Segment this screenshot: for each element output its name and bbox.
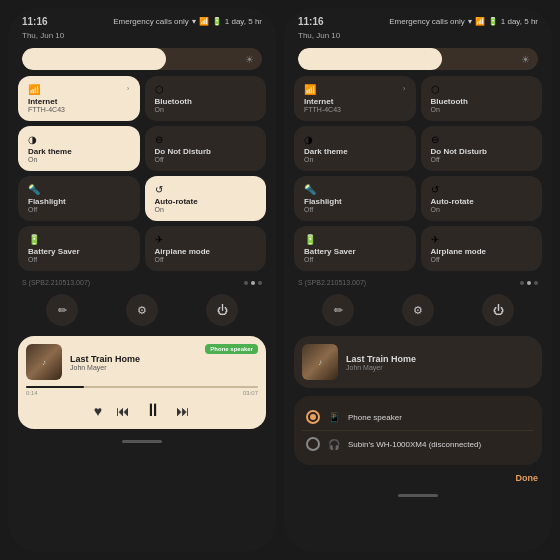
- right-power-button[interactable]: ⏻: [482, 294, 514, 326]
- right-tile-rotate-sub: On: [431, 206, 533, 213]
- right-tile-rotate[interactable]: ↺ Auto-rotate On: [421, 176, 543, 221]
- right-tile-battery[interactable]: 🔋 Battery Saver Off: [294, 226, 416, 271]
- tile-dnd-icon: ⊖: [155, 134, 163, 145]
- right-battery-icon: 🔋: [488, 17, 498, 26]
- tile-autorotate[interactable]: ↺ Auto-rotate On: [145, 176, 267, 221]
- right-media-title: Last Train Home: [346, 354, 534, 364]
- tile-rotate-label: Auto-rotate: [155, 197, 257, 206]
- right-tile-plane-label: Airplane mode: [431, 247, 533, 256]
- battery-icon: 🔋: [212, 17, 222, 26]
- right-tile-internet-sub: FTTH-4C43: [304, 106, 406, 113]
- right-tile-dark[interactable]: ◑ Dark theme On: [294, 126, 416, 171]
- right-tile-dnd-label: Do Not Disturb: [431, 147, 533, 156]
- right-settings-button[interactable]: ⚙: [402, 294, 434, 326]
- power-button[interactable]: ⏻: [206, 294, 238, 326]
- tile-dark-sub: On: [28, 156, 130, 163]
- left-status-right: Emergency calls only ▾ 📶 🔋 1 day, 5 hr: [113, 17, 262, 26]
- right-brightness-container: ☀: [284, 44, 552, 76]
- media-title: Last Train Home: [70, 354, 258, 364]
- tile-bluetooth[interactable]: ⬡ Bluetooth On: [145, 76, 267, 121]
- tile-flashlight[interactable]: 🔦 Flashlight Off: [18, 176, 140, 221]
- tile-rotate-sub: On: [155, 206, 257, 213]
- right-home-indicator: [284, 487, 552, 503]
- right-version-row: S (SPB2.210513.007): [284, 275, 552, 290]
- right-media-top: ♪ Last Train Home John Mayer: [302, 344, 534, 380]
- right-date: Thu, Jun 10: [284, 31, 552, 44]
- edit-button[interactable]: ✏: [46, 294, 78, 326]
- right-album-art: ♪: [302, 344, 338, 380]
- right-signal-icon: 📶: [475, 17, 485, 26]
- settings-button[interactable]: ⚙: [126, 294, 158, 326]
- right-tile-internet-label: Internet: [304, 97, 406, 106]
- right-tile-dark-sub: On: [304, 156, 406, 163]
- audio-headphones-label: Subin's WH-1000XM4 (disconnected): [348, 440, 481, 449]
- tile-battery-label: Battery Saver: [28, 247, 130, 256]
- tile-dnd[interactable]: ⊖ Do Not Disturb Off: [145, 126, 267, 171]
- right-emergency: Emergency calls only: [389, 17, 465, 26]
- progress-times: 0:14 03:07: [26, 390, 258, 396]
- tile-battery-saver[interactable]: 🔋 Battery Saver Off: [18, 226, 140, 271]
- time-current: 0:14: [26, 390, 38, 396]
- right-brightness-icon: ☀: [521, 54, 530, 65]
- tile-dnd-label: Do Not Disturb: [155, 147, 257, 156]
- tile-battery-sub: Off: [28, 256, 130, 263]
- left-emergency: Emergency calls only: [113, 17, 189, 26]
- right-tile-dnd[interactable]: ⊖ Do Not Disturb Off: [421, 126, 543, 171]
- right-tile-plane[interactable]: ✈ Airplane mode Off: [421, 226, 543, 271]
- left-brightness-bar[interactable]: ☀: [22, 48, 262, 70]
- right-tile-bt-icon: ⬡: [431, 84, 440, 95]
- right-controls-row: ✏ ⚙ ⏻: [284, 290, 552, 332]
- right-tile-plane-icon: ✈: [431, 234, 439, 245]
- media-controls: ♥ ⏮ ⏸ ⏭: [26, 400, 258, 421]
- wifi-icon: ▾: [192, 17, 196, 26]
- prev-button[interactable]: ⏮: [116, 403, 130, 419]
- right-brightness-bar[interactable]: ☀: [298, 48, 538, 70]
- progress-bar: [26, 386, 258, 388]
- audio-radio-phone[interactable]: [306, 410, 320, 424]
- media-progress[interactable]: 0:14 03:07: [26, 386, 258, 396]
- right-tile-bluetooth[interactable]: ⬡ Bluetooth On: [421, 76, 543, 121]
- right-tile-bt-sub: On: [431, 106, 533, 113]
- tile-airplane[interactable]: ✈ Airplane mode Off: [145, 226, 267, 271]
- done-button[interactable]: Done: [516, 473, 539, 483]
- progress-fill: [26, 386, 84, 388]
- album-art: ♪: [26, 344, 62, 380]
- right-tile-chevron: ›: [403, 84, 406, 93]
- right-tile-internet[interactable]: 📶 › Internet FTTH-4C43: [294, 76, 416, 121]
- right-screen: 11:16 Emergency calls only ▾ 📶 🔋 1 day, …: [284, 8, 552, 552]
- media-artist: John Mayer: [70, 364, 258, 371]
- audio-radio-headphones[interactable]: [306, 437, 320, 451]
- right-status-bar: 11:16 Emergency calls only ▾ 📶 🔋 1 day, …: [284, 8, 552, 31]
- right-tile-flash[interactable]: 🔦 Flashlight Off: [294, 176, 416, 221]
- right-tile-bt-label: Bluetooth: [431, 97, 533, 106]
- left-battery: 1 day, 5 hr: [225, 17, 262, 26]
- right-tile-rotate-icon: ↺: [431, 184, 439, 195]
- tile-plane-icon: ✈: [155, 234, 163, 245]
- right-edit-button[interactable]: ✏: [322, 294, 354, 326]
- dot-1: [244, 281, 248, 285]
- right-tile-flash-icon: 🔦: [304, 184, 316, 195]
- next-button[interactable]: ⏭: [176, 403, 190, 419]
- right-tile-battery-sub: Off: [304, 256, 406, 263]
- right-tile-flash-sub: Off: [304, 206, 406, 213]
- signal-icon: 📶: [199, 17, 209, 26]
- tile-chevron: ›: [127, 84, 130, 93]
- tile-dark-theme[interactable]: ◑ Dark theme On: [18, 126, 140, 171]
- heart-button[interactable]: ♥: [94, 403, 102, 419]
- audio-option-phone[interactable]: 📱 Phone speaker: [302, 404, 534, 431]
- page-dots: [244, 281, 262, 285]
- audio-option-headphones[interactable]: 🎧 Subin's WH-1000XM4 (disconnected): [302, 431, 534, 457]
- left-brightness-fill: [22, 48, 166, 70]
- right-brightness-fill: [298, 48, 442, 70]
- right-tile-rotate-label: Auto-rotate: [431, 197, 533, 206]
- right-tile-dnd-sub: Off: [431, 156, 533, 163]
- play-pause-button[interactable]: ⏸: [144, 400, 162, 421]
- tile-internet[interactable]: 📶 › Internet FTTH-4C43: [18, 76, 140, 121]
- tile-plane-sub: Off: [155, 256, 257, 263]
- left-phone: 11:16 Emergency calls only ▾ 📶 🔋 1 day, …: [8, 8, 276, 552]
- audio-headphones-info: Subin's WH-1000XM4 (disconnected): [348, 440, 481, 449]
- tile-bt-icon: ⬡: [155, 84, 164, 95]
- right-dot-2: [527, 281, 531, 285]
- right-phone: 11:16 Emergency calls only ▾ 📶 🔋 1 day, …: [284, 8, 552, 552]
- tile-flash-sub: Off: [28, 206, 130, 213]
